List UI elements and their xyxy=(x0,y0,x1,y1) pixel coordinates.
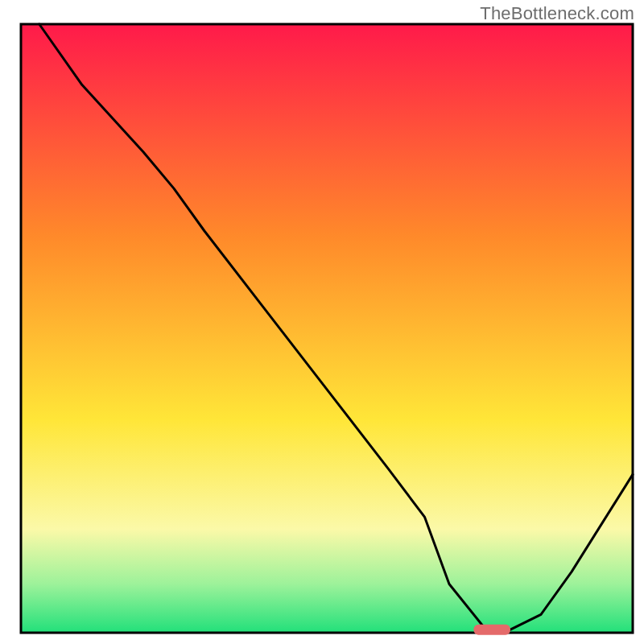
optimal-marker xyxy=(473,625,510,635)
gradient-background xyxy=(21,24,633,633)
chart-stage: TheBottleneck.com xyxy=(0,0,644,644)
bottleneck-chart xyxy=(0,0,644,644)
